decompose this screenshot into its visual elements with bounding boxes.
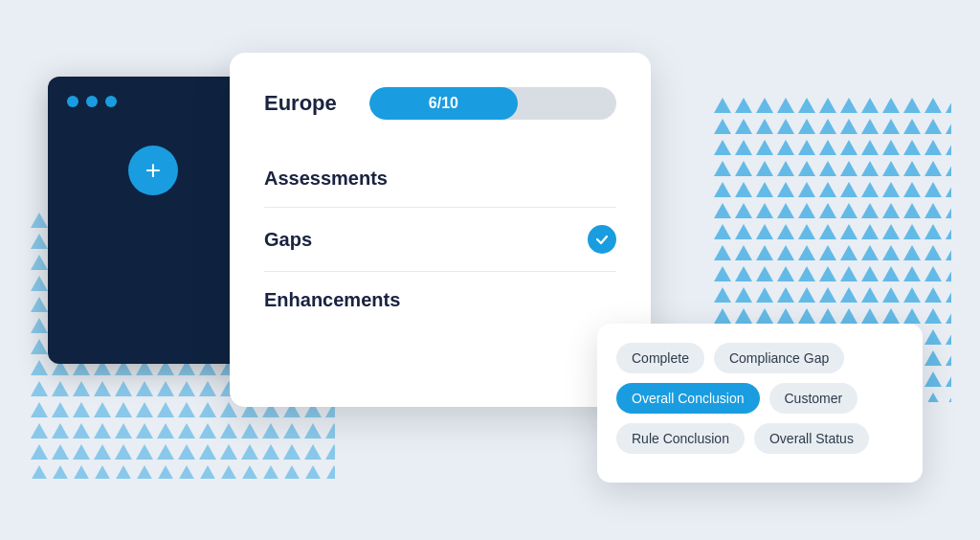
progress-bar-fill: 6/10 [369,87,518,120]
europe-row: Europe 6/10 [264,87,616,120]
tag-overall-conclusion[interactable]: Overall Conclusion [616,383,760,414]
gaps-label: Gaps [264,229,312,251]
add-button[interactable]: + [128,146,178,195]
scene: + Europe 6/10 Assessments Gaps [0,0,980,540]
gaps-check-icon [588,225,616,254]
nav-card: + [48,77,258,364]
menu-item-enhancements[interactable]: Enhancements [264,272,616,328]
tag-rule-conclusion[interactable]: Rule Conclusion [616,423,745,454]
tag-overall-status[interactable]: Overall Status [754,423,869,454]
main-card: Europe 6/10 Assessments Gaps Enhancement… [230,53,651,407]
progress-bar-label: 6/10 [429,95,458,112]
progress-bar-wrapper: 6/10 [369,87,616,120]
europe-label: Europe [264,91,350,116]
tags-card: Complete Compliance Gap Overall Conclusi… [597,324,923,483]
tags-row-2: Overall Conclusion Customer [616,383,903,414]
nav-dots [67,96,239,107]
nav-dot-1 [67,96,78,107]
enhancements-label: Enhancements [264,289,400,311]
plus-icon: + [145,157,161,184]
nav-dot-2 [86,96,98,107]
tag-complete[interactable]: Complete [616,343,704,373]
tags-row-3: Rule Conclusion Overall Status [616,423,903,454]
tag-compliance-gap[interactable]: Compliance Gap [714,343,844,373]
menu-item-gaps[interactable]: Gaps [264,208,616,272]
tags-row-1: Complete Compliance Gap [616,343,903,373]
menu-item-assessments[interactable]: Assessments [264,150,616,208]
assessments-label: Assessments [264,168,388,190]
nav-dot-3 [105,96,117,107]
tag-customer[interactable]: Customer [769,383,858,414]
